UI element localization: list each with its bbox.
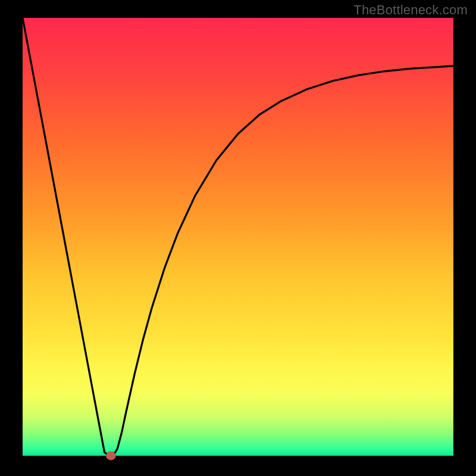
frame-bottom [0, 456, 476, 476]
watermark-text: TheBottleneck.com [353, 2, 468, 18]
frame-right [453, 0, 476, 476]
chart-svg [0, 0, 476, 476]
plot-background [23, 18, 453, 456]
chart-container: TheBottleneck.com [0, 0, 476, 476]
minimum-marker [106, 452, 115, 460]
frame-left [0, 0, 23, 476]
